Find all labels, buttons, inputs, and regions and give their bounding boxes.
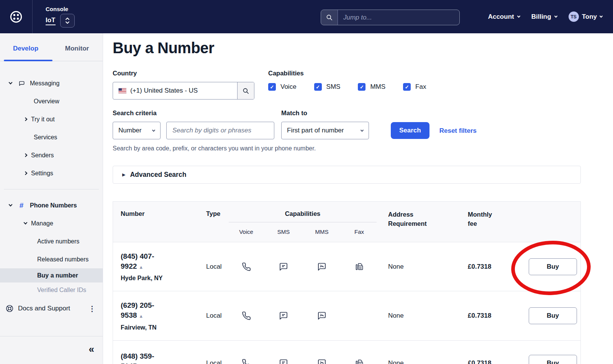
voice-capability-icon bbox=[228, 359, 264, 364]
chevron-down-icon bbox=[600, 14, 603, 17]
chevron-down-icon bbox=[24, 221, 28, 225]
fax-capability-icon bbox=[341, 262, 377, 271]
tab-monitor[interactable]: Monitor bbox=[51, 45, 103, 61]
collapse-sidebar-button[interactable]: « bbox=[89, 344, 94, 354]
account-menu[interactable]: Account bbox=[488, 13, 520, 21]
sidebar-item-phone-numbers[interactable]: # Phone Numbers bbox=[0, 196, 103, 214]
capabilities-divider bbox=[229, 222, 377, 222]
criteria-type-select[interactable]: Number bbox=[113, 122, 161, 139]
sidebar-item-senders[interactable]: Senders bbox=[0, 146, 103, 164]
sidebar-item-messaging[interactable]: Messaging bbox=[0, 74, 103, 92]
advanced-search-toggle[interactable]: ▶ Advanced Search bbox=[113, 166, 581, 184]
search-icon[interactable] bbox=[321, 10, 338, 25]
column-header-type: Type bbox=[195, 210, 228, 217]
address-requirement: None bbox=[377, 312, 454, 320]
active-tab-indicator bbox=[4, 60, 52, 61]
country-search-button[interactable] bbox=[237, 82, 254, 99]
monthly-fee: £0.7318 bbox=[454, 359, 508, 364]
checkbox-checked-icon: ✓ bbox=[268, 83, 276, 91]
sidebar-item-label: Released numbers bbox=[37, 256, 89, 263]
checkbox-mms[interactable]: ✓ MMS bbox=[358, 83, 385, 91]
us-flag-icon bbox=[118, 88, 126, 93]
table-row: (845) 407-9922▲ Hyde Park, NY Local None bbox=[113, 242, 580, 291]
search-button[interactable]: Search bbox=[391, 122, 429, 139]
sidebar-item-released-numbers[interactable]: Released numbers bbox=[0, 250, 103, 268]
checkbox-voice[interactable]: ✓ Voice bbox=[268, 83, 297, 91]
docs-and-support[interactable]: Docs and Support ⋮ bbox=[0, 300, 103, 317]
address-requirement: None bbox=[377, 263, 454, 271]
billing-label: Billing bbox=[531, 13, 551, 21]
column-header-capabilities: Capabilities bbox=[228, 210, 377, 217]
sidebar-item-manage[interactable]: Manage bbox=[0, 214, 103, 232]
tab-develop[interactable]: Develop bbox=[0, 45, 51, 61]
buy-button[interactable]: Buy bbox=[529, 258, 577, 275]
table-header: Number Type Capabilities Voice SMS MMS F… bbox=[113, 202, 580, 242]
life-ring-icon bbox=[5, 304, 14, 313]
fax-capability-icon bbox=[341, 359, 377, 364]
table-row: (629) 205-9538▲ Fairview, TN Local None … bbox=[113, 291, 580, 340]
search-icon bbox=[242, 87, 249, 95]
column-header-voice: Voice bbox=[228, 229, 264, 235]
search-criteria-label: Search criteria bbox=[113, 109, 274, 117]
user-name: Tony bbox=[582, 13, 597, 21]
sidebar-item-label: Try it out bbox=[31, 116, 55, 123]
sidebar-item-try-it-out[interactable]: Try it out bbox=[0, 110, 103, 128]
hash-icon: # bbox=[17, 201, 26, 210]
checkbox-fax[interactable]: ✓ Fax bbox=[403, 83, 426, 91]
twilio-logo-icon bbox=[9, 10, 23, 24]
checkbox-label: Fax bbox=[415, 83, 426, 91]
sidebar-item-active-numbers[interactable]: Active numbers bbox=[0, 232, 103, 250]
buy-button[interactable]: Buy bbox=[529, 307, 577, 324]
phone-number: (629) 205-9538 bbox=[121, 301, 154, 319]
caret-right-icon: ▶ bbox=[122, 172, 125, 177]
voice-capability-icon bbox=[228, 311, 264, 320]
monthly-fee: £0.7318 bbox=[454, 312, 508, 320]
country-value[interactable]: (+1) United States - US bbox=[113, 82, 237, 99]
sidebar-item-settings[interactable]: Settings bbox=[0, 164, 103, 182]
docs-label: Docs and Support bbox=[18, 305, 70, 312]
product-label[interactable]: IoT bbox=[46, 16, 56, 25]
user-menu[interactable]: TS Tony bbox=[569, 11, 602, 22]
jump-to-input[interactable] bbox=[338, 10, 459, 25]
sidebar-item-label: Overview bbox=[34, 98, 59, 105]
sidebar: Develop Monitor Messaging Overview Tr bbox=[0, 33, 103, 364]
sidebar-item-verified-caller-ids[interactable]: Verified Caller IDs bbox=[0, 282, 103, 298]
page-title: Buy a Number bbox=[113, 39, 613, 57]
product-switcher-button[interactable] bbox=[60, 14, 75, 28]
checkbox-label: SMS bbox=[326, 83, 341, 91]
chevron-down-icon bbox=[361, 128, 364, 131]
match-to-select[interactable]: First part of number bbox=[281, 122, 369, 139]
console-label: Console bbox=[46, 6, 75, 12]
column-header-fax: Fax bbox=[341, 229, 377, 235]
sidebar-item-services[interactable]: Services bbox=[0, 128, 103, 146]
column-header-monthly-fee: Monthly fee bbox=[454, 210, 496, 229]
number-type: Local bbox=[195, 359, 228, 364]
phone-number: (848) 359-5145 bbox=[121, 352, 154, 364]
sms-capability-icon bbox=[264, 359, 303, 364]
advanced-search-label: Advanced Search bbox=[130, 171, 186, 179]
console-product-block: Console IoT bbox=[46, 6, 75, 28]
avatar: TS bbox=[569, 11, 579, 22]
sms-capability-icon bbox=[264, 262, 303, 271]
search-results-table: Number Type Capabilities Voice SMS MMS F… bbox=[113, 201, 581, 364]
sidebar-item-label: Messaging bbox=[30, 80, 59, 87]
country-label: Country bbox=[113, 70, 254, 77]
sort-ascending-icon: ▲ bbox=[139, 264, 143, 270]
billing-menu[interactable]: Billing bbox=[531, 13, 557, 21]
up-down-chevrons-icon bbox=[65, 17, 70, 24]
mms-capability-icon bbox=[303, 262, 341, 271]
digits-search-input[interactable] bbox=[166, 122, 274, 139]
twilio-logo[interactable] bbox=[0, 0, 33, 33]
sidebar-item-overview[interactable]: Overview bbox=[0, 92, 103, 110]
phone-number: (845) 407-9922 bbox=[121, 252, 154, 270]
kebab-menu-icon[interactable]: ⋮ bbox=[89, 304, 96, 313]
chevron-down-icon bbox=[517, 14, 520, 17]
sidebar-item-label: Verified Caller IDs bbox=[37, 287, 86, 294]
sidebar-item-label: Senders bbox=[31, 152, 54, 159]
sidebar-item-buy-a-number[interactable]: Buy a number bbox=[0, 268, 103, 282]
checkbox-label: MMS bbox=[370, 83, 385, 91]
buy-button[interactable]: Buy bbox=[529, 355, 577, 364]
checkbox-sms[interactable]: ✓ SMS bbox=[314, 83, 341, 91]
reset-filters-link[interactable]: Reset filters bbox=[439, 127, 477, 135]
number-type: Local bbox=[195, 263, 228, 271]
